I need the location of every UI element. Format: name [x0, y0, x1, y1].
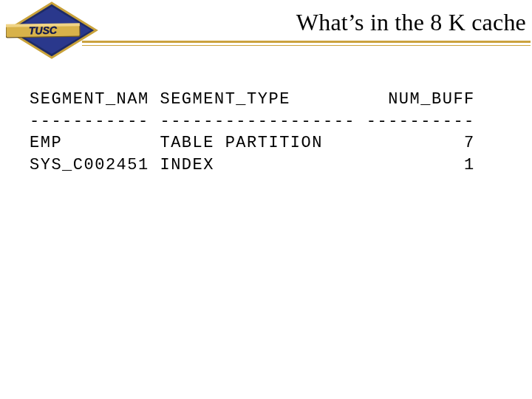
content: SEGMENT_NAM SEGMENT_TYPE NUM_BUFF ------… [30, 89, 517, 177]
tusc-logo-text: TUSC [29, 24, 58, 37]
slide-title: What’s in the 8 K cache [296, 9, 526, 36]
divider-thick [82, 41, 531, 43]
slide: TUSC What’s in the 8 K cache SEGMENT_NAM… [0, 0, 532, 399]
cache-table: SEGMENT_NAM SEGMENT_TYPE NUM_BUFF ------… [30, 89, 517, 177]
divider-thin [82, 45, 531, 46]
header: TUSC What’s in the 8 K cache [0, 0, 532, 52]
tusc-logo: TUSC [6, 1, 98, 59]
